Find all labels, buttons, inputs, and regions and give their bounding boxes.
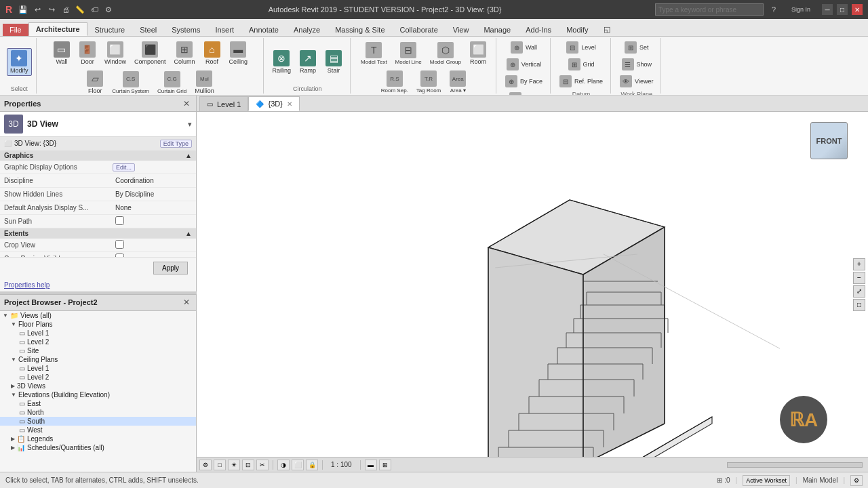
properties-close-button[interactable]: ✕ xyxy=(181,98,192,109)
tab-level1-view[interactable]: ▭ Level 1 xyxy=(199,96,248,111)
edit-type-button[interactable]: Edit Type xyxy=(160,140,192,148)
print-button[interactable]: 🖨 xyxy=(60,3,72,16)
pb-level2-floor[interactable]: ▭ Level 2 xyxy=(0,338,196,346)
modify-tool-button[interactable]: ✦ Modify xyxy=(7,48,32,76)
pb-level1-ceiling[interactable]: ▭ Level 1 xyxy=(0,364,196,373)
view-properties-button[interactable]: ⚙ xyxy=(199,460,212,470)
measure-button[interactable]: 📏 xyxy=(74,3,86,16)
pb-legends[interactable]: ▶ 📋 Legends xyxy=(0,434,196,443)
floor-button[interactable]: ▱ Floor xyxy=(83,68,107,95)
lock-button[interactable]: 🔒 xyxy=(306,460,318,470)
settings-button[interactable]: ⚙ xyxy=(102,3,115,16)
hide-cut-button[interactable]: ✂ xyxy=(256,460,269,470)
area-button[interactable]: Area Area ▾ xyxy=(446,68,470,95)
stair-button[interactable]: ▤ Stair xyxy=(321,48,346,76)
pb-floor-plans[interactable]: ▼ Floor Plans xyxy=(0,320,196,329)
component-button[interactable]: ⬛ Component xyxy=(131,39,170,67)
pb-east-elevation[interactable]: ▭ East xyxy=(0,399,196,408)
viewer-button[interactable]: 👁 Viewer xyxy=(616,73,656,89)
byface-opening-button[interactable]: ⊕ By Face xyxy=(502,73,546,89)
zoom-out-button[interactable]: − xyxy=(853,272,865,284)
pb-level1-floor[interactable]: ▭ Level 1 xyxy=(0,329,196,338)
help-button[interactable]: ? xyxy=(768,3,780,16)
shadow-button[interactable]: ☀ xyxy=(228,460,240,470)
3d-tab-close[interactable]: ✕ xyxy=(287,100,292,108)
pb-ceiling-plans[interactable]: ▼ Ceiling Plans xyxy=(0,355,196,364)
pb-site-floor[interactable]: ▭ Site xyxy=(0,346,196,355)
canvas-area[interactable]: FRONT + − ⤢ □ ℝA xyxy=(197,112,868,457)
visual-style-button[interactable]: □ xyxy=(214,460,226,470)
roof-button[interactable]: ⌂ Roof xyxy=(200,39,224,67)
minimize-button[interactable]: ─ xyxy=(822,4,833,15)
redo-button[interactable]: ↪ xyxy=(45,3,58,16)
tab-addins[interactable]: Add-Ins xyxy=(518,23,559,36)
model-text-button[interactable]: T Model Text xyxy=(357,40,391,67)
ref-plane-button[interactable]: ⊟ Ref. Plane xyxy=(556,73,606,89)
vertical-opening-button[interactable]: ⊕ Vertical xyxy=(503,56,545,73)
crop-view-checkbox[interactable] xyxy=(115,240,124,249)
model-line-button[interactable]: ⊟ Model Line xyxy=(392,40,425,67)
wall-button[interactable]: ▭ Wall xyxy=(50,39,74,67)
mullion-button[interactable]: Mul Mullion xyxy=(191,68,218,95)
tab-systems[interactable]: Systems xyxy=(164,23,208,36)
undo-button[interactable]: ↩ xyxy=(31,3,43,16)
set-workplane-button[interactable]: ⊞ Set xyxy=(621,39,652,56)
tab-architecture[interactable]: Architecture xyxy=(28,22,87,36)
pb-schedules[interactable]: ▶ 📊 Schedules/Quantities (all) xyxy=(0,443,196,452)
tab-structure[interactable]: Structure xyxy=(87,23,133,36)
sign-in-button[interactable]: Sign In xyxy=(784,3,818,16)
window-button[interactable]: ⬜ Window xyxy=(101,39,130,67)
grid-button[interactable]: ⊞ Grid xyxy=(565,56,598,73)
properties-help-link[interactable]: Properties help xyxy=(0,279,196,291)
discipline-button[interactable]: ⊞ xyxy=(379,460,391,470)
search-input[interactable] xyxy=(655,3,764,16)
pb-views-all[interactable]: ▼ 📁 Views (all) xyxy=(0,311,196,320)
tab-collaborate[interactable]: Collaborate xyxy=(393,23,446,36)
maximize-button[interactable]: □ xyxy=(837,4,848,15)
section-box-button[interactable]: ⬜ xyxy=(292,460,304,470)
level-button[interactable]: ⊟ Level xyxy=(563,39,599,56)
ceiling-button[interactable]: ▬ Ceiling xyxy=(226,39,252,67)
pb-west-elevation[interactable]: ▭ West xyxy=(0,426,196,434)
view-cube[interactable]: FRONT xyxy=(807,119,854,166)
tab-modify[interactable]: Modify xyxy=(559,23,595,36)
pb-elevations[interactable]: ▼ Elevations (Building Elevation) xyxy=(0,390,196,399)
wall-opening-button[interactable]: ⊕ Wall xyxy=(507,39,540,56)
active-workset-button[interactable]: Active Workset xyxy=(743,475,790,486)
room-separator-button[interactable]: R.S Room Sep. xyxy=(378,68,412,95)
pb-north-elevation[interactable]: ▭ North xyxy=(0,408,196,417)
model-group-button[interactable]: ⬡ Model Group xyxy=(427,40,465,67)
sun-path-checkbox[interactable] xyxy=(115,216,124,225)
zoom-in-button[interactable]: + xyxy=(853,258,865,270)
view-type-dropdown[interactable]: ▾ xyxy=(188,120,192,129)
curtain-system-button[interactable]: C.S Curtain System xyxy=(108,69,153,96)
zoom-region-button[interactable]: □ xyxy=(853,299,865,311)
pb-south-elevation[interactable]: ▭ South xyxy=(0,417,196,426)
column-button[interactable]: ⊞ Column xyxy=(171,39,199,67)
pb-level2-ceiling[interactable]: ▭ Level 2 xyxy=(0,373,196,382)
door-button[interactable]: 🚪 Door xyxy=(75,39,100,67)
tab-3d-view[interactable]: 🔷 {3D} ✕ xyxy=(248,96,299,111)
tab-view[interactable]: View xyxy=(446,23,477,36)
zoom-fit-button[interactable]: ⤢ xyxy=(853,285,865,298)
tab-analyze[interactable]: Analyze xyxy=(286,23,328,36)
tab-massing[interactable]: Massing & Site xyxy=(328,23,392,36)
tag-button[interactable]: 🏷 xyxy=(88,3,100,16)
tab-manage[interactable]: Manage xyxy=(476,23,518,36)
horizontal-scrollbar[interactable] xyxy=(727,462,863,468)
tab-more[interactable]: ◱ xyxy=(596,22,618,36)
tag-room-button[interactable]: T.R Tag Room xyxy=(413,68,444,95)
pb-3d-views[interactable]: ▶ 3D Views xyxy=(0,382,196,390)
project-browser-close-button[interactable]: ✕ xyxy=(181,297,192,308)
crop-button[interactable]: ⊡ xyxy=(242,460,254,470)
detail-level-button[interactable]: ▬ xyxy=(365,460,377,470)
tab-insert[interactable]: Insert xyxy=(208,23,241,36)
tab-file[interactable]: File xyxy=(3,24,28,36)
railing-button[interactable]: ⊗ Railing xyxy=(269,48,295,76)
tab-annotate[interactable]: Annotate xyxy=(241,23,286,36)
show-workplane-button[interactable]: ☰ Show xyxy=(618,56,656,73)
ramp-button[interactable]: ↗ Ramp xyxy=(296,48,320,76)
apply-button[interactable]: Apply xyxy=(153,262,188,274)
extents-section-header[interactable]: Extents ▲ xyxy=(0,228,196,239)
graphic-display-edit-button[interactable]: Edit... xyxy=(113,163,135,171)
